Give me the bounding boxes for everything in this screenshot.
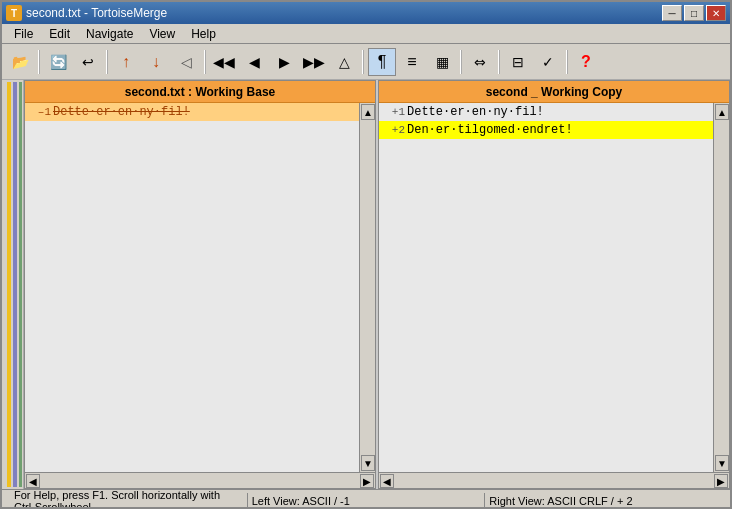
left-scrollbar-v[interactable]: ▲ ▼ bbox=[359, 103, 375, 472]
right-scroll-left[interactable]: ◀ bbox=[380, 474, 394, 488]
right-panel-content[interactable]: +1 Dette·er·en·ny·fil! +2 Den·er·tilgome… bbox=[379, 103, 713, 472]
undo-button[interactable]: ↩ bbox=[74, 48, 102, 76]
nav-right-end[interactable]: ▶▶ bbox=[300, 48, 328, 76]
left-scrollbar-h[interactable]: ◀ ▶ bbox=[25, 472, 375, 488]
review-button[interactable]: ✓ bbox=[534, 48, 562, 76]
left-hscroll-track bbox=[41, 473, 359, 488]
help-button[interactable]: ? bbox=[572, 48, 600, 76]
right-scroll-right[interactable]: ▶ bbox=[714, 474, 728, 488]
right-panel: second _ Working Copy +1 Dette·er·en·ny·… bbox=[378, 80, 730, 489]
menu-file[interactable]: File bbox=[6, 24, 41, 43]
title-bar-controls: ─ □ ✕ bbox=[662, 5, 726, 21]
right-line-1-marker: +1 bbox=[381, 106, 405, 118]
gutter-blue bbox=[13, 82, 17, 487]
prev-diff-button[interactable]: ↑ bbox=[112, 48, 140, 76]
columns-button[interactable]: ▦ bbox=[428, 48, 456, 76]
left-scroll-left[interactable]: ◀ bbox=[26, 474, 40, 488]
menu-view[interactable]: View bbox=[141, 24, 183, 43]
toolbar-sep-6 bbox=[498, 50, 500, 74]
left-panel: second.txt : Working Base –1 Dette·er·en… bbox=[24, 80, 376, 489]
title-bar-left: T second.txt - TortoiseMerge bbox=[6, 5, 167, 21]
menu-bar: File Edit Navigate View Help bbox=[2, 24, 730, 44]
gutter-yellow bbox=[7, 82, 11, 487]
app-icon: T bbox=[6, 5, 22, 21]
right-line-2-marker: +2 bbox=[381, 124, 405, 136]
right-line-1-text: Dette·er·en·ny·fil! bbox=[407, 105, 544, 119]
right-line-2-text: Den·er·tilgomed·endret! bbox=[407, 123, 573, 137]
close-button[interactable]: ✕ bbox=[706, 5, 726, 21]
left-panel-content[interactable]: –1 Dette·er·en·ny·fil! bbox=[25, 103, 359, 472]
whitespace-button[interactable]: ¶ bbox=[368, 48, 396, 76]
left-scroll-track bbox=[360, 121, 375, 454]
status-bar: For Help, press F1. Scroll horizontally … bbox=[2, 489, 730, 509]
left-code-lines: –1 Dette·er·en·ny·fil! bbox=[25, 103, 359, 121]
left-scroll-right[interactable]: ▶ bbox=[360, 474, 374, 488]
reload-button[interactable]: 🔄 bbox=[44, 48, 72, 76]
diff-panels: second.txt : Working Base –1 Dette·er·en… bbox=[24, 80, 730, 489]
right-panel-header: second _ Working Copy bbox=[379, 81, 729, 103]
left-scroll-down[interactable]: ▼ bbox=[361, 455, 375, 471]
right-scrollbar-h[interactable]: ◀ ▶ bbox=[379, 472, 729, 488]
toolbar: 📂 🔄 ↩ ↑ ↓ ◁ ◀◀ ◀ ▶ ▶▶ △ ¶ ≡ ▦ ⇔ ⊟ ✓ ? bbox=[2, 44, 730, 80]
left-gutter bbox=[2, 80, 24, 489]
nav-right[interactable]: ▶ bbox=[270, 48, 298, 76]
left-scroll-up[interactable]: ▲ bbox=[361, 104, 375, 120]
menu-edit[interactable]: Edit bbox=[41, 24, 78, 43]
right-hscroll-track bbox=[395, 473, 713, 488]
title-bar: T second.txt - TortoiseMerge ─ □ ✕ bbox=[2, 2, 730, 24]
menu-help[interactable]: Help bbox=[183, 24, 224, 43]
status-help: For Help, press F1. Scroll horizontally … bbox=[10, 489, 247, 510]
left-line-1-marker: –1 bbox=[27, 106, 51, 118]
status-left-view: Left View: ASCII / -1 bbox=[248, 495, 485, 507]
right-scroll-track bbox=[714, 121, 729, 454]
left-line-1-text: Dette·er·en·ny·fil! bbox=[53, 105, 190, 119]
right-panel-body: +1 Dette·er·en·ny·fil! +2 Den·er·tilgome… bbox=[379, 103, 729, 472]
left-line-1: –1 Dette·er·en·ny·fil! bbox=[25, 103, 359, 121]
inline-button[interactable]: ≡ bbox=[398, 48, 426, 76]
toolbar-sep-5 bbox=[460, 50, 462, 74]
left-panel-header: second.txt : Working Base bbox=[25, 81, 375, 103]
adjust-button[interactable]: ⇔ bbox=[466, 48, 494, 76]
gutter-pad bbox=[2, 80, 6, 489]
minimize-button[interactable]: ─ bbox=[662, 5, 682, 21]
patch-button[interactable]: △ bbox=[330, 48, 358, 76]
right-scroll-up[interactable]: ▲ bbox=[715, 104, 729, 120]
right-scroll-down[interactable]: ▼ bbox=[715, 455, 729, 471]
toolbar-sep-1 bbox=[38, 50, 40, 74]
toolbar-sep-3 bbox=[204, 50, 206, 74]
right-line-2: +2 Den·er·tilgomed·endret! bbox=[379, 121, 713, 139]
use-mine-button[interactable]: ◁ bbox=[172, 48, 200, 76]
mark-button[interactable]: ⊟ bbox=[504, 48, 532, 76]
menu-navigate[interactable]: Navigate bbox=[78, 24, 141, 43]
right-code-lines: +1 Dette·er·en·ny·fil! +2 Den·er·tilgome… bbox=[379, 103, 713, 139]
nav-left[interactable]: ◀ bbox=[240, 48, 268, 76]
toolbar-sep-4 bbox=[362, 50, 364, 74]
gutter-green bbox=[19, 82, 22, 487]
status-right-view: Right View: ASCII CRLF / + 2 bbox=[485, 495, 722, 507]
left-panel-body: –1 Dette·er·en·ny·fil! ▲ ▼ bbox=[25, 103, 375, 472]
main-content: second.txt : Working Base –1 Dette·er·en… bbox=[2, 80, 730, 489]
toolbar-sep-2 bbox=[106, 50, 108, 74]
right-scrollbar-v[interactable]: ▲ ▼ bbox=[713, 103, 729, 472]
right-line-1: +1 Dette·er·en·ny·fil! bbox=[379, 103, 713, 121]
maximize-button[interactable]: □ bbox=[684, 5, 704, 21]
window-title: second.txt - TortoiseMerge bbox=[26, 6, 167, 20]
open-button[interactable]: 📂 bbox=[6, 48, 34, 76]
next-diff-button[interactable]: ↓ bbox=[142, 48, 170, 76]
nav-left-end[interactable]: ◀◀ bbox=[210, 48, 238, 76]
toolbar-sep-7 bbox=[566, 50, 568, 74]
